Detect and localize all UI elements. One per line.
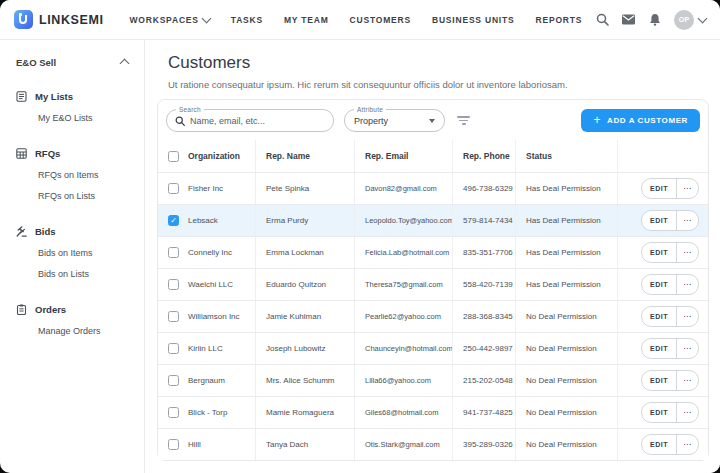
table-row[interactable]: Lebsack Erma Purdy Leopoldo.Toy@yahoo.co…: [158, 204, 708, 236]
edit-button[interactable]: EDIT⋯: [641, 402, 699, 423]
sidebar-item-bids-on-items[interactable]: Bids on Items: [0, 242, 144, 263]
table-row[interactable]: Waelchi LLC Eduardo Quitzon Theresa75@gm…: [158, 268, 708, 300]
sidebar-section-rfqs[interactable]: RFQs: [0, 142, 144, 164]
sidebar-item-my-eo-lists[interactable]: My E&O Lists: [0, 107, 144, 128]
row-checkbox[interactable]: [168, 407, 179, 418]
add-customer-button[interactable]: + ADD A CUSTOMER: [581, 109, 700, 132]
edit-button[interactable]: EDIT⋯: [641, 242, 699, 263]
row-checkbox[interactable]: [168, 343, 179, 354]
rep-name-cell: Jamie Kuhlman: [256, 301, 355, 332]
sidebar-header[interactable]: E&O Sell: [0, 53, 144, 71]
table-row[interactable]: Hilll Tanya Dach Otis.Stark@gmail.com 39…: [158, 428, 708, 460]
table-row[interactable]: Bergnaum Mrs. Alice Schumm Lilla66@yahoo…: [158, 364, 708, 396]
user-menu[interactable]: OP: [674, 10, 706, 30]
search-icon: [175, 116, 185, 126]
search-icon[interactable]: [596, 13, 609, 26]
brand-logo[interactable]: LINKSEMI: [14, 10, 104, 29]
rep-phone-cell: 558-420-7139: [453, 269, 516, 300]
org-cell: Bergnaum: [188, 376, 225, 385]
nav-my-team[interactable]: MY TEAM: [284, 15, 329, 25]
topbar-actions: OP: [596, 10, 706, 30]
org-cell: Hilll: [188, 440, 201, 449]
rep-name-cell: Mrs. Alice Schumm: [256, 365, 355, 396]
nav-workspaces[interactable]: WORKSPACES: [130, 15, 210, 25]
attribute-select[interactable]: Attribute Property: [344, 109, 445, 132]
plus-icon: +: [593, 113, 601, 127]
row-checkbox[interactable]: [168, 183, 179, 194]
rep-email-cell: Otis.Stark@gmail.com: [355, 429, 453, 460]
row-checkbox[interactable]: [168, 375, 179, 386]
more-options-button[interactable]: ⋯: [676, 435, 698, 454]
row-checkbox[interactable]: [168, 215, 179, 226]
rep-phone-cell: 941-737-4825: [453, 397, 516, 428]
search-placeholder: Name, email, etc...: [190, 116, 265, 126]
table-row[interactable]: Williamson Inc Jamie Kuhlman Pearlie62@y…: [158, 300, 708, 332]
sidebar-section-bids[interactable]: Bids: [0, 220, 144, 242]
edit-button[interactable]: EDIT⋯: [641, 274, 699, 295]
sidebar-item-rfqs-on-items[interactable]: RFQs on Items: [0, 164, 144, 185]
table-row[interactable]: Connelly Inc Emma Lockman Felicia.Lab@ho…: [158, 236, 708, 268]
row-checkbox[interactable]: [168, 311, 179, 322]
sidebar-section-orders[interactable]: Orders: [0, 298, 144, 320]
nav-reports[interactable]: REPORTS: [536, 15, 583, 25]
rep-name-cell: Eduardo Quitzon: [256, 269, 355, 300]
more-options-button[interactable]: ⋯: [676, 275, 698, 294]
rep-phone-cell: 835-351-7706: [453, 237, 516, 268]
edit-button[interactable]: EDIT⋯: [641, 306, 699, 327]
customers-table: Organization Rep. Name Rep. Email Rep. P…: [158, 140, 708, 460]
sidebar-title: E&O Sell: [16, 57, 56, 68]
page-subtitle: Ut ratione consequatur ipsum. Hic rerum …: [168, 79, 720, 90]
filter-icon[interactable]: [457, 116, 470, 125]
edit-button[interactable]: EDIT⋯: [641, 370, 699, 391]
row-checkbox[interactable]: [168, 279, 179, 290]
nav-customers[interactable]: CUSTOMERS: [350, 15, 411, 25]
list-icon: [16, 91, 27, 102]
sidebar-item-manage-orders[interactable]: Manage Orders: [0, 320, 144, 341]
more-options-button[interactable]: ⋯: [676, 211, 698, 230]
edit-button[interactable]: EDIT⋯: [641, 338, 699, 359]
gavel-icon: [16, 226, 27, 237]
sidebar-section-my-lists[interactable]: My Lists: [0, 85, 144, 107]
rep-email-cell: Lilla66@yahoo.com: [355, 365, 453, 396]
row-checkbox[interactable]: [168, 439, 179, 450]
mail-icon[interactable]: [622, 13, 635, 26]
sidebar-item-rfqs-on-lists[interactable]: RFQs on Lists: [0, 185, 144, 206]
more-options-button[interactable]: ⋯: [676, 243, 698, 262]
rep-name-cell: Emma Lockman: [256, 237, 355, 268]
edit-button[interactable]: EDIT⋯: [641, 178, 699, 199]
select-all-checkbox[interactable]: [168, 151, 179, 162]
more-options-button[interactable]: ⋯: [676, 179, 698, 198]
edit-button[interactable]: EDIT⋯: [641, 210, 699, 231]
rep-name-cell: Mamie Romaguera: [256, 397, 355, 428]
row-checkbox[interactable]: [168, 247, 179, 258]
clipboard-icon: [16, 304, 27, 315]
edit-button[interactable]: EDIT⋯: [641, 434, 699, 455]
rep-phone-cell: 288-368-8345: [453, 301, 516, 332]
table-row[interactable]: Kirlin LLC Joseph Lubowitz Chaunceyin@ho…: [158, 332, 708, 364]
status-cell: Has Deal Permission: [516, 237, 618, 268]
org-cell: Williamson Inc: [188, 312, 240, 321]
more-options-button[interactable]: ⋯: [676, 339, 698, 358]
table-toolbar: Search Name, email, etc... Attribute Pro…: [158, 100, 708, 140]
rep-name-cell: Erma Purdy: [256, 205, 355, 236]
more-options-button[interactable]: ⋯: [676, 371, 698, 390]
nav-business-units[interactable]: BUSINESS UNITS: [432, 15, 515, 25]
rep-email-cell: Chaunceyin@hotmail.com: [355, 333, 453, 364]
chevron-down-icon: [201, 13, 211, 23]
search-input[interactable]: Search Name, email, etc...: [166, 109, 334, 132]
rep-name-cell: Tanya Dach: [256, 429, 355, 460]
org-cell: Blick - Torp: [188, 408, 227, 417]
status-cell: No Deal Permission: [516, 365, 618, 396]
more-options-button[interactable]: ⋯: [676, 307, 698, 326]
table-row[interactable]: Fisher Inc Pete Spinka Davon82@gmail.com…: [158, 172, 708, 204]
nav-tasks[interactable]: TASKS: [231, 15, 263, 25]
sidebar: E&O Sell My Lists My E&O Lists RFQs: [0, 40, 145, 473]
col-rep-email: Rep. Email: [355, 140, 453, 172]
table-row[interactable]: Blick - Torp Mamie Romaguera Giles68@hot…: [158, 396, 708, 428]
attribute-value: Property: [354, 116, 388, 126]
avatar: OP: [674, 10, 694, 30]
bell-icon[interactable]: [648, 13, 661, 26]
sidebar-item-bids-on-lists[interactable]: Bids on Lists: [0, 263, 144, 284]
more-options-button[interactable]: ⋯: [676, 403, 698, 422]
col-rep-name: Rep. Name: [256, 140, 355, 172]
